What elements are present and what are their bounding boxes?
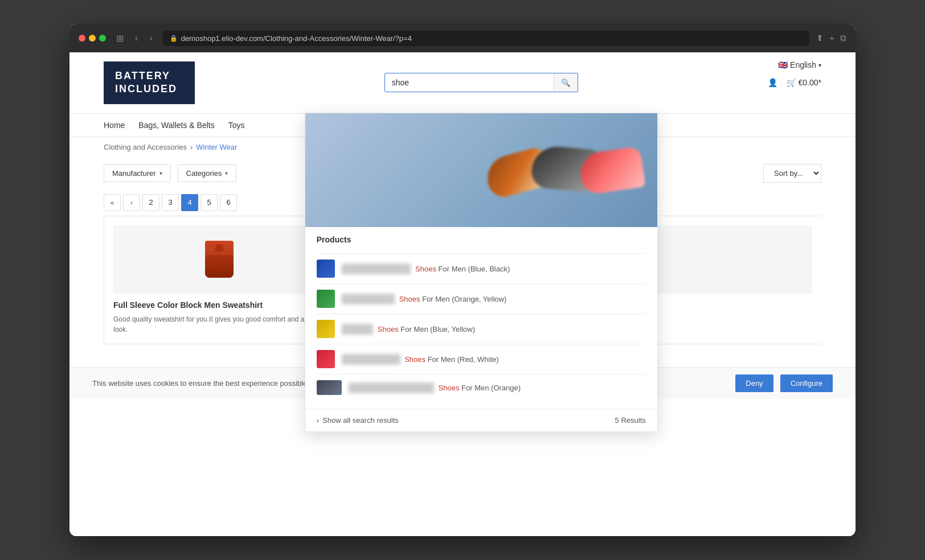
page-4-button[interactable]: 4 — [181, 194, 198, 211]
page-2-button[interactable]: 2 — [142, 194, 159, 211]
user-icon: 👤 — [768, 78, 777, 87]
cart-button[interactable]: 🛒 €0.00* — [787, 78, 821, 87]
language-selector[interactable]: 🇬🇧 English ▾ — [778, 60, 821, 69]
result-thumb-blue — [317, 260, 335, 278]
result-detail-5: For Men (Orange) — [461, 384, 521, 392]
flag-icon: 🇬🇧 — [778, 60, 788, 69]
page-content: 🇬🇧 English ▾ BATTERY INCLUDED 🔍 — [69, 52, 856, 536]
categories-filter-button[interactable]: Categories ▾ — [178, 164, 237, 182]
manufacturer-chevron-icon: ▾ — [159, 170, 162, 176]
blurred-text: ▓▓▓▓▓▓▓▓▓▓ — [342, 354, 400, 365]
forward-button[interactable]: › — [146, 32, 155, 44]
browser-chrome: ⊞ ‹ › 🔒 demoshop1.elio-dev.com/Clothing-… — [69, 24, 856, 52]
cart-amount: €0.00* — [799, 78, 821, 87]
configure-cookies-button[interactable]: Configure — [780, 374, 833, 392]
product-card-sweatshirt[interactable]: Full Sleeve Color Block Men Sweatshirt G… — [104, 216, 335, 344]
nav-toys[interactable]: Toys — [228, 121, 245, 130]
blurred-text: ▓▓▓▓▓▓▓▓▓▓▓▓▓▓▓ — [349, 382, 434, 393]
product-title: Full Sleeve Color Block Men Sweatshirt — [113, 300, 326, 310]
search-results-section: Products ▓▓▓▓▓▓▓▓▓▓▓▓ Shoes For Men (Blu… — [305, 227, 657, 409]
prev-page-button[interactable]: ‹ — [123, 194, 140, 211]
address-bar[interactable]: 🔒 demoshop1.elio-dev.com/Clothing-and-Ac… — [163, 31, 810, 46]
result-link-1[interactable]: Shoes — [415, 265, 436, 273]
search-hero-image — [305, 113, 657, 227]
site-header: BATTERY INCLUDED 🔍 — [69, 52, 856, 114]
search-area: 🔍 — [206, 73, 756, 92]
site-logo[interactable]: BATTERY INCLUDED — [104, 61, 195, 104]
user-account-button[interactable]: 👤 — [768, 78, 777, 87]
search-result-item[interactable]: ▓▓▓▓▓ Shoes For Men (Blue, Yellow) — [317, 314, 646, 344]
manufacturer-label: Manufacturer — [112, 169, 156, 178]
show-all-row: › Show all search results 5 Results — [305, 409, 657, 431]
result-link-2[interactable]: Shoes — [399, 295, 420, 303]
search-result-item[interactable]: ▓▓▓▓▓▓▓▓▓ Shoes For Men (Orange, Yellow) — [317, 283, 646, 314]
manufacturer-filter-button[interactable]: Manufacturer ▾ — [104, 164, 171, 182]
nav-bags[interactable]: Bags, Wallets & Belts — [138, 121, 214, 130]
browser-nav: ⊞ ‹ › — [113, 32, 156, 45]
result-text-2: ▓▓▓▓▓▓▓▓▓ Shoes For Men (Orange, Yellow) — [342, 294, 507, 304]
blurred-text: ▓▓▓▓▓▓▓▓▓ — [342, 294, 395, 304]
blurred-text: ▓▓▓▓▓▓▓▓▓▓▓▓ — [342, 263, 411, 274]
search-icon: 🔍 — [561, 79, 571, 87]
show-all-link[interactable]: › Show all search results — [317, 416, 399, 425]
back-button[interactable]: ‹ — [132, 32, 141, 44]
language-label: English — [790, 60, 816, 69]
breadcrumb-current: Winter Wear — [196, 143, 237, 151]
results-count: 5 Results — [615, 416, 646, 425]
blurred-text: ▓▓▓▓▓ — [342, 324, 373, 335]
sweatshirt-image — [205, 241, 234, 278]
maximize-traffic-light[interactable] — [99, 35, 106, 42]
search-button[interactable]: 🔍 — [554, 73, 578, 92]
url-text: demoshop1.elio-dev.com/Clothing-and-Acce… — [181, 34, 412, 43]
logo-line1: BATTERY — [115, 70, 170, 81]
breadcrumb-parent-link[interactable]: Clothing and Accessories — [104, 143, 187, 151]
chevron-right-icon: › — [317, 416, 319, 425]
result-link-3[interactable]: Shoes — [378, 325, 399, 333]
shoes-visual — [305, 113, 657, 227]
search-result-item[interactable]: ▓▓▓▓▓▓▓▓▓▓▓▓ Shoes For Men (Blue, Black) — [317, 253, 646, 283]
windows-icon[interactable]: ⧉ — [840, 33, 846, 43]
breadcrumb-separator: › — [190, 143, 193, 151]
nav-home[interactable]: Home — [104, 121, 125, 130]
result-detail-4: For Men (Red, White) — [428, 355, 499, 364]
page-5-button[interactable]: 5 — [200, 194, 218, 211]
browser-actions: ⬆ + ⧉ — [816, 33, 846, 43]
page-3-button[interactable]: 3 — [162, 194, 179, 211]
search-input[interactable] — [385, 73, 554, 92]
result-detail-2: For Men (Orange, Yellow) — [422, 295, 506, 303]
result-text-5: ▓▓▓▓▓▓▓▓▓▓▓▓▓▓▓ Shoes For Men (Orange) — [349, 382, 521, 393]
products-heading: Products — [317, 235, 646, 249]
search-result-item[interactable]: ▓▓▓▓▓▓▓▓▓▓▓▓▓▓▓ Shoes For Men (Orange) — [317, 374, 646, 401]
minimize-traffic-light[interactable] — [89, 35, 96, 42]
result-link-5[interactable]: Shoes — [439, 384, 460, 392]
browser-window: ⊞ ‹ › 🔒 demoshop1.elio-dev.com/Clothing-… — [69, 24, 856, 536]
page-6-button[interactable]: 6 — [220, 194, 237, 211]
header-right: 👤 🛒 €0.00* — [768, 78, 821, 87]
sort-dropdown[interactable]: Sort by... — [763, 164, 821, 183]
deny-cookies-button[interactable]: Deny — [735, 374, 773, 392]
new-tab-icon[interactable]: + — [829, 33, 834, 43]
categories-label: Categories — [186, 169, 222, 178]
close-traffic-light[interactable] — [79, 35, 85, 42]
share-icon[interactable]: ⬆ — [816, 33, 824, 43]
search-result-item[interactable]: ▓▓▓▓▓▓▓▓▓▓ Shoes For Men (Red, White) — [317, 344, 646, 374]
traffic-lights — [79, 35, 106, 42]
first-page-button[interactable]: « — [104, 194, 121, 211]
result-detail-1: For Men (Blue, Black) — [439, 265, 510, 273]
search-box: 🔍 — [384, 73, 578, 92]
result-thumb-yellow — [317, 320, 335, 338]
result-text-1: ▓▓▓▓▓▓▓▓▓▓▓▓ Shoes For Men (Blue, Black) — [342, 263, 510, 274]
result-link-4[interactable]: Shoes — [404, 355, 425, 364]
result-text-3: ▓▓▓▓▓ Shoes For Men (Blue, Yellow) — [342, 324, 475, 335]
result-thumb-green — [317, 290, 335, 308]
cookie-message-text: This website uses cookies to ensure the … — [92, 379, 309, 388]
result-thumb-red — [317, 350, 335, 368]
logo-line2: INCLUDED — [115, 83, 177, 94]
categories-chevron-icon: ▾ — [225, 170, 228, 176]
result-thumb-gray — [317, 380, 342, 395]
search-dropdown: Products ▓▓▓▓▓▓▓▓▓▓▓▓ Shoes For Men (Blu… — [305, 113, 658, 432]
lang-chevron-icon: ▾ — [818, 62, 821, 68]
result-detail-3: For Men (Blue, Yellow) — [400, 325, 475, 333]
sidebar-toggle-button[interactable]: ⊞ — [113, 32, 127, 45]
product-description: Good quality sweatshirt for you.It gives… — [113, 314, 326, 335]
